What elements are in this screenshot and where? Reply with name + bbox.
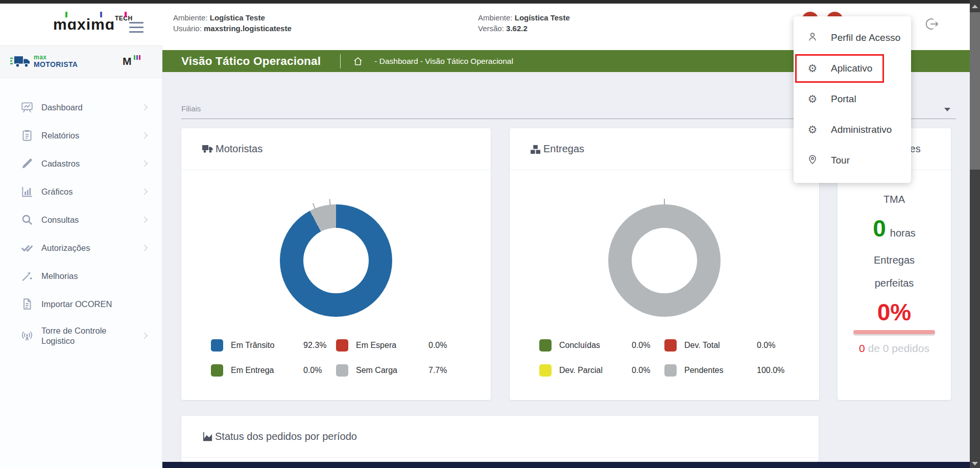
maxmotorista-logo: max MOTORISTA M bbox=[0, 46, 162, 78]
control-tower-icon bbox=[20, 329, 34, 342]
sidebar-item-importar-ocoren[interactable]: Importar OCOREN bbox=[0, 290, 162, 318]
dashboard-icon bbox=[20, 101, 34, 114]
entregas-perfeitas-line2: perfeitas bbox=[838, 277, 951, 289]
legend-item[interactable]: Pendentes 100.0% bbox=[664, 362, 790, 379]
legend-swatch bbox=[539, 364, 552, 377]
user-label: Usuário: bbox=[173, 24, 202, 33]
entregas-legend: Concluídas 0.0% Dev. Total 0.0% Dev. Par… bbox=[510, 337, 819, 379]
legend-item[interactable]: Em Trânsito 92.3% bbox=[211, 337, 336, 354]
filiais-select-label[interactable]: Filiais bbox=[181, 104, 201, 113]
entregas-donut-chart[interactable] bbox=[608, 204, 721, 317]
window-top-strip bbox=[0, 0, 980, 4]
motoristas-card-title: Motoristas bbox=[202, 143, 262, 155]
legend-item[interactable]: Concluídas 0.0% bbox=[539, 337, 664, 354]
menu-item-perfil-de-acesso[interactable]: Perfil de Acesso bbox=[794, 22, 911, 53]
page-title: Visão Tático Operacional bbox=[181, 55, 321, 68]
entregas-card: Entregas Concluídas 0.0% Dev. Total 0.0% bbox=[510, 128, 819, 400]
motoristas-card-header: Motoristas bbox=[181, 128, 491, 170]
home-icon[interactable] bbox=[353, 56, 363, 66]
settings-dropdown-menu: Perfil de Acesso ⚙ Aplicativo ⚙ Portal ⚙… bbox=[794, 16, 911, 183]
magic-wand-icon bbox=[20, 269, 34, 283]
logo-blue-tick bbox=[100, 12, 102, 17]
menu-item-portal[interactable]: ⚙ Portal bbox=[794, 84, 911, 114]
hamburger-menu-icon[interactable] bbox=[129, 22, 144, 33]
logo-green-tick bbox=[65, 12, 67, 17]
app-window: mɑximɑTECH Ambiente: Logística Teste Usu… bbox=[0, 0, 980, 468]
orders-count: 0 de 0 pedidos bbox=[838, 342, 951, 355]
sidebar-nav: Dashboard Relatórios Cadastros bbox=[0, 93, 162, 354]
person-icon bbox=[806, 31, 819, 45]
legend-swatch bbox=[211, 364, 223, 377]
logo-motorista-text: MOTORISTA bbox=[34, 61, 78, 68]
legend-swatch bbox=[211, 339, 223, 352]
scroll-down-arrow-icon[interactable] bbox=[972, 462, 978, 465]
breadcrumb: - Dashboard - Visão Tático Operacional bbox=[374, 57, 513, 66]
gear-icon: ⚙ bbox=[806, 93, 819, 105]
legend-swatch bbox=[336, 364, 348, 377]
sidebar-item-torre-de-controle[interactable]: Torre de Controle Logistico bbox=[0, 318, 162, 354]
indicadores-body: TMA 0horas Entregas perfeitas 0% 0 de 0 … bbox=[838, 170, 951, 355]
sidebar-item-consultas[interactable]: Consultas bbox=[0, 205, 162, 233]
packages-icon bbox=[530, 144, 542, 154]
version-value: 3.62.2 bbox=[506, 24, 528, 33]
vertical-scrollbar[interactable] bbox=[970, 0, 980, 468]
gear-icon: ⚙ bbox=[806, 62, 819, 75]
titlebar-divider bbox=[340, 54, 341, 68]
menu-item-aplicativo[interactable]: ⚙ Aplicativo bbox=[794, 53, 911, 84]
sidebar-item-graficos[interactable]: Gráficos bbox=[0, 177, 162, 205]
version-label: Versão: bbox=[478, 24, 504, 33]
motoristas-donut-chart[interactable] bbox=[280, 204, 392, 317]
legend-item[interactable]: Em Entrega 0.0% bbox=[211, 362, 336, 379]
perfect-deliveries-percent: 0% bbox=[838, 298, 951, 326]
sidebar-item-cadastros[interactable]: Cadastros bbox=[0, 149, 162, 177]
legend-swatch bbox=[539, 339, 552, 352]
entregas-perfeitas-line1: Entregas bbox=[838, 254, 951, 266]
pin-icon bbox=[806, 154, 819, 168]
tma-value: 0horas bbox=[838, 215, 951, 242]
entregas-card-title: Entregas bbox=[530, 143, 584, 155]
sidebar: max MOTORISTA M Dashboard Relatórios bbox=[0, 45, 162, 468]
legend-swatch bbox=[664, 339, 677, 352]
env-value: Logística Teste bbox=[515, 13, 570, 22]
sidebar-item-dashboard[interactable]: Dashboard bbox=[0, 93, 162, 121]
clipboard-icon bbox=[20, 129, 34, 142]
brand-suffix: TECH bbox=[115, 15, 133, 22]
sidebar-item-melhorias[interactable]: Melhorias bbox=[0, 262, 162, 290]
truck-logo-icon bbox=[10, 54, 32, 68]
chevron-right-icon bbox=[141, 333, 148, 339]
donut-hole bbox=[303, 228, 369, 293]
maxmotorista-wordmark: max MOTORISTA bbox=[34, 54, 78, 68]
legend-item[interactable]: Dev. Parcial 0.0% bbox=[539, 362, 664, 379]
logo-max-text: max bbox=[34, 54, 78, 61]
status-pedidos-card-header: Status dos pedidos por período bbox=[181, 416, 819, 458]
menu-item-administrativo[interactable]: ⚙ Administrativo bbox=[794, 114, 911, 145]
chevron-right-icon bbox=[141, 244, 148, 251]
truck-icon bbox=[202, 144, 214, 154]
status-pedidos-card-title: Status dos pedidos por período bbox=[202, 431, 357, 442]
sidebar-item-autorizacoes[interactable]: Autorizações bbox=[0, 233, 162, 262]
donut-hole bbox=[632, 228, 697, 293]
legend-swatch bbox=[664, 364, 677, 377]
legend-item[interactable]: Sem Carga 7.7% bbox=[336, 362, 461, 379]
env-label: Ambiente: bbox=[478, 13, 513, 22]
chevron-right-icon bbox=[141, 104, 148, 110]
filiais-dropdown-arrow-icon[interactable] bbox=[944, 108, 950, 111]
double-check-icon bbox=[20, 241, 34, 254]
legend-item[interactable]: Dev. Total 0.0% bbox=[664, 337, 790, 354]
maximatech-logo: mɑximɑTECH bbox=[53, 15, 130, 38]
menu-item-tour[interactable]: Tour bbox=[794, 145, 911, 176]
brand-text: mɑximɑ bbox=[53, 16, 115, 33]
motoristas-legend: Em Trânsito 92.3% Em Espera 0.0% Em Entr… bbox=[181, 337, 491, 379]
area-chart-icon bbox=[202, 431, 213, 442]
environment-user-info: Ambiente: Logística Teste Usuário: maxst… bbox=[173, 12, 292, 34]
legend-item[interactable]: Em Espera 0.0% bbox=[336, 337, 461, 354]
scrollbar-thumb[interactable] bbox=[970, 12, 980, 170]
scroll-up-arrow-icon[interactable] bbox=[972, 5, 978, 8]
chevron-right-icon bbox=[141, 216, 148, 223]
document-icon bbox=[20, 297, 34, 311]
logout-icon[interactable] bbox=[925, 17, 939, 31]
status-pedidos-card: Status dos pedidos por período bbox=[181, 416, 819, 462]
sidebar-item-relatorios[interactable]: Relatórios bbox=[0, 121, 162, 149]
bar-chart-icon bbox=[20, 185, 34, 198]
legend-swatch bbox=[336, 339, 348, 352]
